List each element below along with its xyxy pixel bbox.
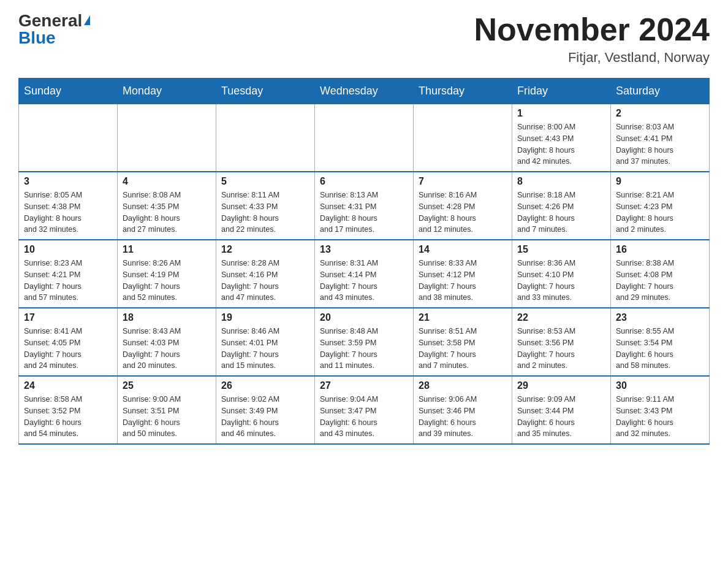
calendar-week-2: 3Sunrise: 8:05 AMSunset: 4:38 PMDaylight…	[19, 172, 710, 240]
day-number: 19	[221, 312, 309, 323]
day-number: 27	[320, 380, 408, 391]
day-info: Sunrise: 8:11 AMSunset: 4:33 PMDaylight:…	[221, 190, 309, 236]
day-info: Sunrise: 8:18 AMSunset: 4:26 PMDaylight:…	[517, 190, 605, 236]
calendar-cell: 7Sunrise: 8:16 AMSunset: 4:28 PMDaylight…	[414, 172, 512, 240]
calendar-cell: 23Sunrise: 8:55 AMSunset: 3:54 PMDayligh…	[611, 308, 710, 376]
calendar-cell: 2Sunrise: 8:03 AMSunset: 4:41 PMDaylight…	[611, 104, 710, 172]
day-number: 25	[123, 380, 211, 391]
calendar-cell: 3Sunrise: 8:05 AMSunset: 4:38 PMDaylight…	[19, 172, 118, 240]
day-info: Sunrise: 8:16 AMSunset: 4:28 PMDaylight:…	[419, 190, 507, 236]
calendar-cell	[19, 104, 118, 172]
day-info: Sunrise: 9:09 AMSunset: 3:44 PMDaylight:…	[517, 394, 605, 440]
day-number: 30	[616, 380, 704, 391]
day-number: 11	[123, 244, 211, 255]
calendar-week-3: 10Sunrise: 8:23 AMSunset: 4:21 PMDayligh…	[19, 240, 710, 308]
calendar-week-5: 24Sunrise: 8:58 AMSunset: 3:52 PMDayligh…	[19, 376, 710, 444]
day-number: 16	[616, 244, 704, 255]
calendar-table: SundayMondayTuesdayWednesdayThursdayFrid…	[18, 78, 710, 445]
calendar-cell: 5Sunrise: 8:11 AMSunset: 4:33 PMDaylight…	[216, 172, 315, 240]
day-number: 7	[419, 176, 507, 187]
day-info: Sunrise: 9:11 AMSunset: 3:43 PMDaylight:…	[616, 394, 704, 440]
calendar-cell: 30Sunrise: 9:11 AMSunset: 3:43 PMDayligh…	[611, 376, 710, 444]
day-info: Sunrise: 8:36 AMSunset: 4:10 PMDaylight:…	[517, 258, 605, 304]
day-info: Sunrise: 8:21 AMSunset: 4:23 PMDaylight:…	[616, 190, 704, 236]
calendar-cell: 26Sunrise: 9:02 AMSunset: 3:49 PMDayligh…	[216, 376, 315, 444]
day-number: 22	[517, 312, 605, 323]
calendar-cell	[118, 104, 216, 172]
day-info: Sunrise: 8:51 AMSunset: 3:58 PMDaylight:…	[419, 326, 507, 372]
calendar-cell: 11Sunrise: 8:26 AMSunset: 4:19 PMDayligh…	[118, 240, 216, 308]
day-info: Sunrise: 8:03 AMSunset: 4:41 PMDaylight:…	[616, 121, 704, 167]
day-number: 26	[221, 380, 309, 391]
calendar-header: SundayMondayTuesdayWednesdayThursdayFrid…	[19, 79, 710, 104]
day-number: 4	[123, 176, 211, 187]
logo-triangle-icon	[84, 15, 90, 25]
logo-general: General	[18, 12, 82, 29]
day-info: Sunrise: 8:43 AMSunset: 4:03 PMDaylight:…	[123, 326, 211, 372]
day-info: Sunrise: 8:53 AMSunset: 3:56 PMDaylight:…	[517, 326, 605, 372]
day-number: 14	[419, 244, 507, 255]
calendar-cell: 16Sunrise: 8:38 AMSunset: 4:08 PMDayligh…	[611, 240, 710, 308]
day-number: 10	[24, 244, 112, 255]
weekday-header-monday: Monday	[118, 79, 216, 104]
calendar-cell: 20Sunrise: 8:48 AMSunset: 3:59 PMDayligh…	[315, 308, 414, 376]
day-info: Sunrise: 9:04 AMSunset: 3:47 PMDaylight:…	[320, 394, 408, 440]
day-number: 17	[24, 312, 112, 323]
day-info: Sunrise: 8:41 AMSunset: 4:05 PMDaylight:…	[24, 326, 112, 372]
day-info: Sunrise: 8:00 AMSunset: 4:43 PMDaylight:…	[517, 121, 605, 167]
calendar-cell: 12Sunrise: 8:28 AMSunset: 4:16 PMDayligh…	[216, 240, 315, 308]
calendar-cell: 27Sunrise: 9:04 AMSunset: 3:47 PMDayligh…	[315, 376, 414, 444]
calendar-cell: 18Sunrise: 8:43 AMSunset: 4:03 PMDayligh…	[118, 308, 216, 376]
calendar-cell	[216, 104, 315, 172]
month-title: November 2024	[474, 12, 710, 47]
calendar-cell: 28Sunrise: 9:06 AMSunset: 3:46 PMDayligh…	[414, 376, 512, 444]
day-number: 21	[419, 312, 507, 323]
day-info: Sunrise: 8:58 AMSunset: 3:52 PMDaylight:…	[24, 394, 112, 440]
calendar-cell: 4Sunrise: 8:08 AMSunset: 4:35 PMDaylight…	[118, 172, 216, 240]
title-block: November 2024 Fitjar, Vestland, Norway	[474, 12, 710, 66]
calendar-week-1: 1Sunrise: 8:00 AMSunset: 4:43 PMDaylight…	[19, 104, 710, 172]
calendar-cell: 24Sunrise: 8:58 AMSunset: 3:52 PMDayligh…	[19, 376, 118, 444]
day-number: 6	[320, 176, 408, 187]
calendar-body: 1Sunrise: 8:00 AMSunset: 4:43 PMDaylight…	[19, 104, 710, 445]
calendar-cell: 8Sunrise: 8:18 AMSunset: 4:26 PMDaylight…	[512, 172, 611, 240]
weekday-header-row: SundayMondayTuesdayWednesdayThursdayFrid…	[19, 79, 710, 104]
calendar-cell: 6Sunrise: 8:13 AMSunset: 4:31 PMDaylight…	[315, 172, 414, 240]
calendar-cell: 21Sunrise: 8:51 AMSunset: 3:58 PMDayligh…	[414, 308, 512, 376]
day-number: 18	[123, 312, 211, 323]
day-info: Sunrise: 9:02 AMSunset: 3:49 PMDaylight:…	[221, 394, 309, 440]
calendar-cell: 29Sunrise: 9:09 AMSunset: 3:44 PMDayligh…	[512, 376, 611, 444]
day-number: 29	[517, 380, 605, 391]
calendar-cell: 22Sunrise: 8:53 AMSunset: 3:56 PMDayligh…	[512, 308, 611, 376]
day-info: Sunrise: 8:13 AMSunset: 4:31 PMDaylight:…	[320, 190, 408, 236]
calendar-cell	[414, 104, 512, 172]
day-number: 28	[419, 380, 507, 391]
day-info: Sunrise: 8:55 AMSunset: 3:54 PMDaylight:…	[616, 326, 704, 372]
calendar-cell: 1Sunrise: 8:00 AMSunset: 4:43 PMDaylight…	[512, 104, 611, 172]
day-info: Sunrise: 8:31 AMSunset: 4:14 PMDaylight:…	[320, 258, 408, 304]
logo: General Blue	[18, 12, 90, 47]
calendar-cell: 25Sunrise: 9:00 AMSunset: 3:51 PMDayligh…	[118, 376, 216, 444]
day-info: Sunrise: 9:00 AMSunset: 3:51 PMDaylight:…	[123, 394, 211, 440]
day-number: 12	[221, 244, 309, 255]
calendar-cell	[315, 104, 414, 172]
day-info: Sunrise: 8:05 AMSunset: 4:38 PMDaylight:…	[24, 190, 112, 236]
day-info: Sunrise: 9:06 AMSunset: 3:46 PMDaylight:…	[419, 394, 507, 440]
day-number: 8	[517, 176, 605, 187]
calendar-week-4: 17Sunrise: 8:41 AMSunset: 4:05 PMDayligh…	[19, 308, 710, 376]
day-number: 20	[320, 312, 408, 323]
weekday-header-wednesday: Wednesday	[315, 79, 414, 104]
day-info: Sunrise: 8:23 AMSunset: 4:21 PMDaylight:…	[24, 258, 112, 304]
weekday-header-sunday: Sunday	[19, 79, 118, 104]
day-info: Sunrise: 8:08 AMSunset: 4:35 PMDaylight:…	[123, 190, 211, 236]
calendar-cell: 17Sunrise: 8:41 AMSunset: 4:05 PMDayligh…	[19, 308, 118, 376]
logo-blue: Blue	[18, 29, 56, 47]
location-title: Fitjar, Vestland, Norway	[474, 50, 710, 66]
calendar-cell: 9Sunrise: 8:21 AMSunset: 4:23 PMDaylight…	[611, 172, 710, 240]
calendar-cell: 15Sunrise: 8:36 AMSunset: 4:10 PMDayligh…	[512, 240, 611, 308]
day-number: 24	[24, 380, 112, 391]
day-info: Sunrise: 8:33 AMSunset: 4:12 PMDaylight:…	[419, 258, 507, 304]
day-number: 9	[616, 176, 704, 187]
day-info: Sunrise: 8:38 AMSunset: 4:08 PMDaylight:…	[616, 258, 704, 304]
calendar-cell: 10Sunrise: 8:23 AMSunset: 4:21 PMDayligh…	[19, 240, 118, 308]
